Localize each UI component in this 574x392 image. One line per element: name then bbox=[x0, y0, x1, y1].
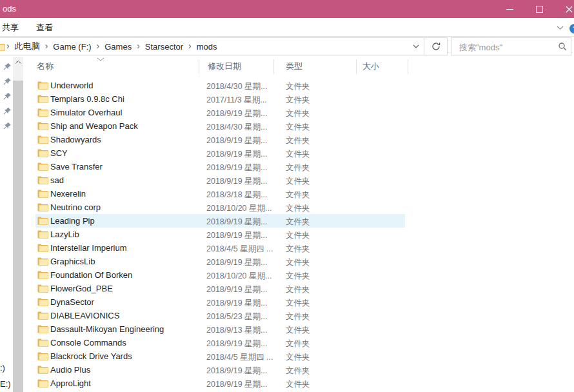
file-row[interactable]: SCY2018/9/19 星期...文件夹 bbox=[26, 146, 574, 160]
file-row[interactable]: Dassault-Mikoyan Engineering2018/9/13 星期… bbox=[26, 322, 574, 336]
file-row[interactable]: LazyLib2018/9/19 星期...文件夹 bbox=[26, 228, 574, 241]
file-row[interactable]: Simulator Overhaul2018/9/19 星期...文件夹 bbox=[26, 106, 574, 119]
folder-icon bbox=[37, 365, 48, 374]
file-row[interactable]: Templars 0.9.8c Chi2017/11/3 星期...文件夹 bbox=[26, 92, 574, 106]
file-row[interactable]: Underworld2018/4/30 星期...文件夹 bbox=[26, 79, 574, 92]
file-type: 文件夹 bbox=[286, 122, 310, 133]
column-separator bbox=[408, 59, 408, 74]
file-row[interactable]: Save Transfer2018/9/19 星期...文件夹 bbox=[26, 160, 574, 173]
sidebar-pinned-item[interactable] bbox=[3, 121, 12, 130]
file-date-modified: 2018/9/19 星期... bbox=[206, 217, 268, 228]
folder-icon bbox=[37, 297, 48, 306]
maximize-button[interactable] bbox=[524, 0, 554, 18]
sidebar-pinned-item[interactable] bbox=[3, 92, 12, 100]
breadcrumb-item[interactable]: Game (F:) bbox=[48, 42, 95, 52]
breadcrumb-item[interactable]: mods bbox=[192, 42, 222, 52]
file-row[interactable]: Interstellar Imperium2018/4/5 星期四 ...文件夹 bbox=[26, 241, 574, 255]
file-name: Console Commands bbox=[50, 338, 126, 348]
file-type: 文件夹 bbox=[286, 271, 310, 282]
file-type: 文件夹 bbox=[286, 338, 310, 349]
titlebar[interactable]: ods bbox=[0, 0, 574, 18]
breadcrumb-chevron-icon: › bbox=[6, 41, 10, 52]
breadcrumb-item[interactable]: Starsector bbox=[141, 42, 188, 52]
file-date-modified: 2018/9/13 星期... bbox=[206, 325, 268, 336]
pin-icon bbox=[3, 63, 12, 71]
file-row[interactable]: Leading Pip2018/9/19 星期...文件夹 bbox=[26, 214, 574, 228]
file-name: DIABLEAVIONICS bbox=[50, 311, 119, 320]
sidebar-pinned-item[interactable] bbox=[3, 106, 12, 115]
column-header-name[interactable]: 名称 bbox=[37, 58, 197, 75]
file-row[interactable]: Nexerelin2018/3/18 星期...文件夹 bbox=[26, 187, 574, 201]
sidebar-item-partial[interactable]: :) bbox=[0, 363, 5, 373]
file-date-modified: 2018/9/19 星期... bbox=[206, 176, 268, 187]
file-date-modified: 2018/9/19 星期... bbox=[206, 379, 268, 390]
help-button[interactable]: ? bbox=[569, 24, 574, 34]
file-type: 文件夹 bbox=[286, 203, 310, 214]
chevron-down-icon bbox=[413, 44, 419, 48]
sidebar-item-partial[interactable]: E:) bbox=[0, 379, 11, 389]
breadcrumb: ›此电脑›Game (F:)›Games›Starsector›mods bbox=[6, 38, 222, 55]
file-date-modified: 2018/9/19 星期... bbox=[206, 230, 268, 241]
file-type: 文件夹 bbox=[286, 257, 310, 268]
file-row[interactable]: GraphicsLib2018/9/19 星期...文件夹 bbox=[26, 255, 574, 268]
ribbon-collapse-button[interactable] bbox=[553, 23, 566, 33]
file-name: Shadowyards bbox=[50, 135, 101, 144]
file-name: Underworld bbox=[50, 81, 93, 90]
sidebar-pinned-item[interactable] bbox=[3, 77, 12, 85]
file-list: Underworld2018/4/30 星期...文件夹Templars 0.9… bbox=[26, 79, 574, 390]
file-row[interactable]: ApproLight2018/9/19 星期...文件夹 bbox=[26, 377, 574, 390]
sidebar-scrollbar[interactable] bbox=[13, 57, 23, 392]
folder-icon bbox=[37, 121, 48, 130]
column-header-size[interactable]: 大小 bbox=[362, 58, 406, 75]
address-folder-icon bbox=[0, 42, 5, 51]
folder-icon bbox=[37, 216, 48, 225]
close-button[interactable] bbox=[554, 0, 574, 18]
file-date-modified: 2018/9/19 星期... bbox=[206, 108, 268, 119]
search-input[interactable]: 搜索"mods" bbox=[451, 37, 571, 55]
column-header-type[interactable]: 类型 bbox=[286, 58, 354, 75]
breadcrumb-item[interactable]: Games bbox=[100, 42, 136, 52]
file-row[interactable]: DIABLEAVIONICS2018/5/23 星期...文件夹 bbox=[26, 309, 574, 322]
refresh-button[interactable] bbox=[424, 37, 448, 55]
folder-icon bbox=[37, 81, 48, 90]
file-type: 文件夹 bbox=[286, 230, 310, 241]
folder-icon bbox=[37, 230, 48, 239]
file-row[interactable]: Blackrock Drive Yards2018/4/5 星期四 ...文件夹 bbox=[26, 349, 574, 363]
ribbon: 共享查看 ? bbox=[0, 18, 574, 37]
file-row[interactable]: FlowerGod_PBE2018/9/19 星期...文件夹 bbox=[26, 282, 574, 295]
file-row[interactable]: Ship and Weapon Pack2018/4/30 星期...文件夹 bbox=[26, 119, 574, 133]
scrollbar-up-button[interactable] bbox=[13, 57, 23, 68]
sidebar-pinned-item[interactable] bbox=[3, 62, 12, 70]
file-row[interactable]: Console Commands2018/9/19 星期...文件夹 bbox=[26, 336, 574, 349]
folder-icon bbox=[37, 175, 48, 184]
scrollbar-thumb[interactable] bbox=[13, 81, 23, 392]
column-header-date-modified[interactable]: 修改日期 bbox=[208, 58, 272, 75]
folder-icon bbox=[37, 135, 48, 144]
file-type: 文件夹 bbox=[286, 298, 310, 309]
ribbon-tab-share[interactable]: 共享 bbox=[2, 22, 27, 34]
file-type: 文件夹 bbox=[286, 108, 310, 119]
file-row[interactable]: Audio Plus2018/9/19 星期...文件夹 bbox=[26, 363, 574, 377]
file-row[interactable]: Neutrino corp2018/10/20 星期...文件夹 bbox=[26, 201, 574, 214]
file-date-modified: 2018/4/5 星期四 ... bbox=[206, 244, 273, 255]
file-name: FlowerGod_PBE bbox=[50, 284, 113, 293]
file-type: 文件夹 bbox=[286, 284, 310, 295]
file-date-modified: 2017/11/3 星期... bbox=[206, 95, 267, 106]
file-name: Neutrino corp bbox=[50, 202, 101, 212]
address-bar[interactable]: ›此电脑›Game (F:)›Games›Starsector›mods bbox=[0, 37, 425, 55]
file-type: 文件夹 bbox=[286, 352, 310, 363]
minimize-button[interactable] bbox=[495, 0, 524, 18]
file-row[interactable]: DynaSector2018/9/19 星期...文件夹 bbox=[26, 295, 574, 309]
breadcrumb-item[interactable]: 此电脑 bbox=[10, 41, 45, 52]
minimize-icon bbox=[506, 9, 513, 10]
search-placeholder: 搜索"mods" bbox=[459, 42, 502, 54]
file-row[interactable]: Foundation Of Borken2018/10/20 星期...文件夹 bbox=[26, 268, 574, 282]
folder-icon bbox=[37, 189, 48, 198]
file-row[interactable]: sad2018/9/19 星期...文件夹 bbox=[26, 173, 574, 187]
ribbon-tab-view[interactable]: 查看 bbox=[36, 22, 61, 34]
address-dropdown-button[interactable] bbox=[409, 38, 423, 55]
file-date-modified: 2018/9/19 星期... bbox=[206, 135, 268, 146]
file-type: 文件夹 bbox=[286, 366, 310, 377]
file-row[interactable]: Shadowyards2018/9/19 星期...文件夹 bbox=[26, 133, 574, 146]
folder-icon bbox=[37, 94, 48, 103]
